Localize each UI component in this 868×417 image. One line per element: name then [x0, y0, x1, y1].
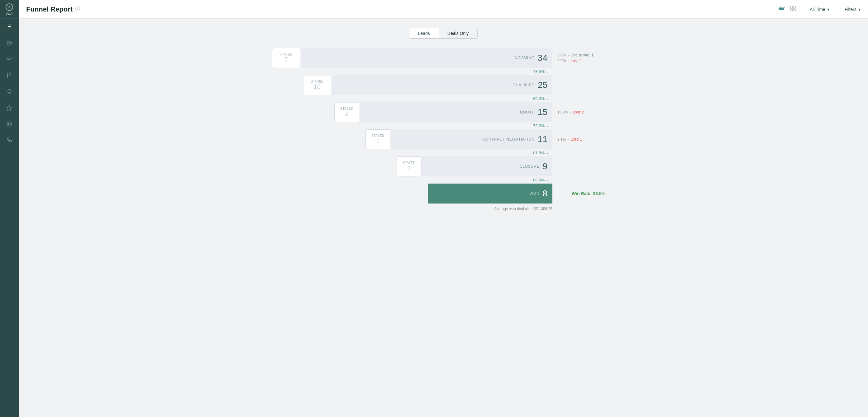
- funnel-stage-contract: STAYED 1 CONTRACT NEGOTIATION 11 9.1% › …: [272, 129, 615, 149]
- stayed-value-quote: 2: [345, 110, 348, 118]
- conversion-chevron-3-icon: ⌄: [546, 124, 549, 128]
- pct-lost-contract: 9.1%: [557, 137, 566, 142]
- sidebar-item-flag[interactable]: [0, 67, 19, 84]
- lost-incoming-label: Lost: 1: [571, 59, 582, 63]
- pct-lost-quote: 13.3%: [557, 110, 568, 114]
- count-quote: 15: [538, 107, 548, 117]
- info-icon[interactable]: ⓘ: [75, 6, 80, 12]
- conversion-pct-1: 73.5%: [533, 69, 545, 74]
- right-item-lost-quote: 13.3% › Lost: 2: [557, 110, 615, 114]
- stayed-qualified: STAYED 10: [303, 75, 331, 95]
- filters-button[interactable]: Filters ▾: [837, 0, 868, 19]
- sidebar-item-activity[interactable]: [0, 51, 19, 67]
- svg-rect-1: [8, 26, 11, 27]
- right-item-unqualified: 2.9% › Unqualified: 1: [557, 53, 615, 57]
- stayed-label-incoming: STAYED: [279, 53, 292, 56]
- funnel-stage-closure: STAYED 1 CLOSURE 9: [272, 156, 615, 176]
- bar-incoming: INCOMING 34: [301, 48, 552, 68]
- funnel-stage-won: WON 8 Win Rate: 23.5%: [272, 184, 615, 204]
- stayed-label-contract: STAYED: [371, 134, 384, 138]
- right-item-lost-contract: 9.1% › Lost: 1: [557, 137, 615, 142]
- time-chevron-icon: ▾: [827, 7, 829, 12]
- sidebar-item-funnel[interactable]: [0, 19, 19, 35]
- tab-deals-only[interactable]: Deals Only: [439, 28, 477, 38]
- svg-point-10: [8, 123, 10, 125]
- back-button[interactable]: Back: [0, 0, 19, 19]
- sidebar-item-palette[interactable]: [0, 35, 19, 51]
- conversion-closure-won: 88.9% ⌄: [272, 178, 552, 182]
- chevron-lost-contract-icon: ›: [568, 138, 568, 141]
- list-view-icon[interactable]: [778, 6, 785, 12]
- conversion-pct-4: 81.8%: [533, 151, 545, 155]
- stayed-value-contract: 1: [376, 138, 379, 145]
- count-incoming: 34: [538, 53, 548, 63]
- main-area: Funnel Report ⓘ: [19, 0, 868, 417]
- sidebar-item-target[interactable]: [0, 116, 19, 132]
- stage-label-won: WON: [530, 191, 539, 196]
- stayed-label-quote: STAYED: [340, 107, 353, 110]
- svg-rect-2: [9, 28, 10, 28]
- sidebar-item-phone[interactable]: [0, 132, 19, 148]
- back-label: Back: [6, 11, 13, 15]
- conversion-contract-closure: 81.8% ⌄: [272, 151, 552, 155]
- bar-won: WON 8: [428, 184, 552, 204]
- svg-point-9: [7, 122, 11, 126]
- svg-rect-15: [793, 9, 796, 11]
- count-closure: 9: [542, 161, 548, 171]
- chevron-lost-quote-icon: ›: [570, 111, 571, 114]
- stayed-incoming: STAYED 7: [272, 48, 300, 68]
- tab-leads[interactable]: Leads: [409, 28, 439, 38]
- svg-rect-12: [790, 6, 793, 8]
- svg-point-4: [8, 42, 9, 43]
- svg-rect-0: [7, 25, 12, 25]
- conversion-pct-3: 73.3%: [533, 123, 545, 128]
- right-info-incoming: 2.9% › Unqualified: 1 2.9% › Lost: 1: [552, 53, 615, 63]
- stayed-label-closure: STAYED: [403, 161, 415, 165]
- pct-unqualified: 2.9%: [557, 53, 566, 57]
- sidebar: Back: [0, 0, 19, 417]
- bar-qualified: QUALIFIED 25: [332, 75, 552, 95]
- win-rate-area: Win Rate: 23.5%: [552, 191, 615, 196]
- win-rate-label: Win Rate: 23.5%: [567, 191, 606, 196]
- unqualified-label: Unqualified: 1: [571, 53, 593, 57]
- funnel-chart: STAYED 7 INCOMING 34 2.9% › Unqualified:…: [272, 48, 615, 211]
- bar-quote: QUOTE 15: [360, 102, 552, 122]
- time-filter[interactable]: All Time ▾: [802, 0, 837, 19]
- conversion-incoming-qualified: 73.5% ⌄: [272, 69, 552, 74]
- filters-chevron-icon: ▾: [858, 7, 861, 12]
- stage-label-quote: QUOTE: [520, 110, 535, 114]
- svg-rect-14: [790, 9, 793, 11]
- stayed-value-qualified: 10: [314, 83, 320, 90]
- stayed-quote: STAYED 2: [334, 102, 359, 122]
- svg-point-3: [7, 41, 11, 45]
- view-toggle: [772, 0, 802, 19]
- view-mode-toggle: Leads Deals Only: [409, 28, 478, 39]
- time-label: All Time: [810, 7, 825, 12]
- chevron-lost-incoming-icon: ›: [568, 59, 568, 63]
- conversion-pct-5: 88.9%: [533, 178, 545, 182]
- bar-contract: CONTRACT NEGOTIATION 11: [391, 129, 552, 149]
- conversion-chevron-1-icon: ⌄: [546, 69, 549, 73]
- stayed-contract: STAYED 1: [366, 129, 391, 149]
- funnel-stage-qualified: STAYED 10 QUALIFIED 25: [272, 75, 615, 95]
- lost-quote-label: Lost: 2: [572, 110, 584, 114]
- filters-label: Filters: [845, 7, 857, 12]
- sidebar-item-bulb[interactable]: [0, 84, 19, 100]
- funnel-stage-quote: STAYED 2 QUOTE 15 13.3% › Lost: 2: [272, 102, 615, 122]
- header-title-area: Funnel Report ⓘ: [19, 5, 772, 13]
- lost-contract-label: Lost: 1: [571, 137, 582, 142]
- back-arrow-icon: [6, 3, 13, 11]
- grid-view-icon[interactable]: [790, 6, 796, 13]
- conversion-chevron-4-icon: ⌄: [546, 151, 549, 155]
- svg-marker-8: [7, 105, 12, 111]
- page-title: Funnel Report: [26, 5, 72, 13]
- right-item-lost-incoming: 2.9% › Lost: 1: [557, 59, 615, 63]
- count-contract: 11: [538, 134, 548, 144]
- content-area: Leads Deals Only STAYED 7 INCOMING 34 2.…: [19, 19, 868, 417]
- sidebar-item-star[interactable]: [0, 100, 19, 116]
- conversion-quote-contract: 73.3% ⌄: [272, 123, 552, 128]
- right-info-contract: 9.1% › Lost: 1: [552, 137, 615, 142]
- conversion-qualified-quote: 60.0% ⌄: [272, 96, 552, 101]
- right-info-quote: 13.3% › Lost: 2: [552, 110, 615, 114]
- bar-closure: CLOSURE 9: [422, 156, 552, 176]
